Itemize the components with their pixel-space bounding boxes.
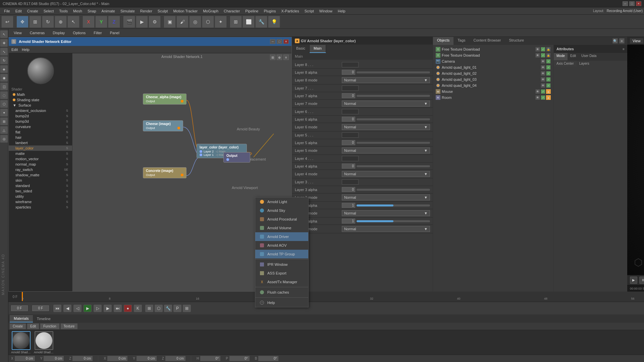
objects-search[interactable]: 🔍 xyxy=(612,38,618,44)
cameras-menu[interactable]: Cameras xyxy=(27,30,48,36)
tree-skin[interactable]: skin S xyxy=(9,178,72,183)
sidebar-tool12[interactable]: △ xyxy=(0,126,8,134)
obj-eye-mouse[interactable]: 👁 xyxy=(535,89,540,94)
layer2-alpha-input[interactable] xyxy=(342,203,355,208)
dropdown-arnold-volume[interactable]: Arnold Volume xyxy=(255,224,308,232)
layer7-mode-dropdown[interactable]: Normal▼ xyxy=(342,101,430,107)
pos-py-input[interactable] xyxy=(137,356,157,361)
paint-tool[interactable]: 🖌 xyxy=(176,16,189,28)
pos-x-input[interactable] xyxy=(15,356,35,361)
layer7-swatch[interactable] xyxy=(342,85,359,91)
menu-select[interactable]: Select xyxy=(41,8,57,14)
menu-animate[interactable]: Animate xyxy=(99,8,118,14)
mat-item-1[interactable]: Arnold Shader N xyxy=(11,331,31,354)
tree-motion[interactable]: motion_vector S xyxy=(9,156,72,162)
mat-function[interactable]: Function xyxy=(40,323,59,329)
mat-item-2[interactable]: Arnold Shader N xyxy=(34,331,54,354)
layer8-swatch[interactable] xyxy=(342,62,359,67)
undo-tool[interactable]: ↩ xyxy=(1,16,13,28)
dropdown-arnold-aov[interactable]: Arnold AOV xyxy=(255,241,308,250)
sidebar-tool5[interactable]: ◈ xyxy=(0,65,8,73)
sidebar-tool8[interactable]: ◌ xyxy=(0,91,8,99)
menu-snap[interactable]: Snap xyxy=(85,8,99,14)
menu-xparticles[interactable]: X-Particles xyxy=(279,8,302,14)
tree-two-sided[interactable]: two_sided S xyxy=(9,188,72,194)
tc-btn5[interactable]: ⊞ xyxy=(183,305,191,312)
menu-edit[interactable]: Edit xyxy=(13,8,24,14)
dropdown-arnold-sky[interactable]: Arnold Sky xyxy=(255,206,308,215)
pos-h-input[interactable] xyxy=(200,356,220,361)
obj-camera[interactable]: 📷 Camera 👁 ✓ xyxy=(434,58,552,64)
obj-lock-2[interactable]: 🔒 xyxy=(546,53,551,58)
obj-eye-room[interactable]: 👁 xyxy=(535,95,540,100)
obj-check-light-01[interactable]: ✓ xyxy=(546,65,551,70)
sidebar-tool6[interactable]: ◉ xyxy=(0,74,8,82)
node-concrete[interactable]: Concrete (image) Output xyxy=(143,167,186,178)
obj-light-02[interactable]: Arnold quad_light_02 👁 ✓ xyxy=(434,70,552,76)
obj-check-light-04[interactable]: ✓ xyxy=(546,83,551,88)
menu-window[interactable]: Window xyxy=(317,8,335,14)
tab-structure[interactable]: Structure xyxy=(505,37,528,45)
tc-current-frame[interactable] xyxy=(11,305,28,311)
obj-light-03[interactable]: Arnold quad_light_03 👁 ✓ xyxy=(434,76,552,82)
vp-pause[interactable]: ⏸ xyxy=(639,277,644,284)
sidebar-scale[interactable]: ⤡ xyxy=(0,48,8,56)
vp-tab-view[interactable]: View xyxy=(630,38,643,44)
mat-tab-materials[interactable]: Materials xyxy=(10,315,33,322)
dropdown-arnold-light[interactable]: Arnold Light xyxy=(255,197,308,206)
layer7-alpha-slider[interactable] xyxy=(357,95,430,97)
canvas-zoom[interactable]: ⊕ xyxy=(277,55,282,60)
tree-ambient[interactable]: ambient_occlusion S xyxy=(9,108,72,113)
node-output[interactable]: Output xyxy=(223,152,250,163)
snap-tool[interactable]: 🔧 xyxy=(255,16,267,28)
attrs-tab-edit[interactable]: Edit xyxy=(568,53,579,60)
layer2-in-port[interactable] xyxy=(200,150,202,153)
tab-tags[interactable]: Tags xyxy=(453,37,469,45)
tree-matte[interactable]: matte S xyxy=(9,151,72,156)
node-cheese[interactable]: Cheese (image) Output xyxy=(143,120,183,131)
tc-prev-frame[interactable]: ◀ xyxy=(63,305,71,312)
tree-shadow-matte[interactable]: shadow_matte S xyxy=(9,172,72,178)
rotate-tool[interactable]: ↻ xyxy=(42,16,54,28)
obj-light-01[interactable]: Arnold quad_light_01 👁 ✓ xyxy=(434,64,552,70)
menu-simulate[interactable]: Simulate xyxy=(118,8,138,14)
pos-y-input[interactable] xyxy=(44,356,64,361)
tab-basic[interactable]: Basic xyxy=(292,45,310,53)
ipr-tool[interactable]: ▶ xyxy=(136,16,148,28)
tree-ray-switch[interactable]: ray_switch SE xyxy=(9,167,72,172)
obj-eye-2[interactable]: 👁 xyxy=(535,53,540,58)
layer5-mode-dropdown[interactable]: Normal▼ xyxy=(342,147,430,154)
sidebar-rotate[interactable]: ↻ xyxy=(0,56,8,64)
canvas-controls[interactable]: ⊞ ⊕ ≡ xyxy=(270,55,289,60)
window-controls[interactable]: ─ □ ✕ xyxy=(623,1,641,6)
vp-play[interactable]: ▶ xyxy=(630,277,637,284)
tc-record[interactable]: ● xyxy=(124,305,132,312)
dropdown-arnold-procedural[interactable]: Arnold Procedural xyxy=(255,215,308,224)
tc-btn3[interactable]: 🔧 xyxy=(164,305,172,312)
shader-window-controls[interactable]: ─ □ ✕ xyxy=(270,39,289,44)
dropdown-flush-caches[interactable]: Flush caches xyxy=(255,288,308,297)
obj-eye-light-03[interactable]: 👁 xyxy=(541,77,545,82)
menu-motiontracker[interactable]: Motion Tracker xyxy=(170,8,200,14)
obj-check-light-02[interactable]: ✓ xyxy=(546,71,551,76)
tab-content-browser[interactable]: Content Browser xyxy=(470,37,505,45)
layer8-mode-dropdown[interactable]: Normal ▼ xyxy=(342,77,430,83)
sculpt-tool[interactable]: ◎ xyxy=(189,16,201,28)
tab-objects[interactable]: Objects xyxy=(433,37,453,45)
layer7-alpha-input[interactable] xyxy=(342,93,355,98)
layer3-alpha-slider[interactable] xyxy=(357,189,430,191)
minimize-button[interactable]: ─ xyxy=(623,1,628,6)
dropdown-ass-export[interactable]: ASS Export xyxy=(255,269,308,278)
shader-close[interactable]: ✕ xyxy=(283,39,289,44)
tc-goto-start[interactable]: ⏮ xyxy=(53,305,61,312)
mat-edit[interactable]: Edit xyxy=(27,323,39,329)
mat-texture[interactable]: Texture xyxy=(61,323,78,329)
shader-maximize[interactable]: □ xyxy=(277,39,282,44)
dropdown-arnold-driver[interactable]: Arnold Driver xyxy=(255,232,308,241)
x-axis[interactable]: X xyxy=(83,16,95,28)
menu-help[interactable]: Help xyxy=(335,8,348,14)
filter-menu[interactable]: Filter xyxy=(91,30,104,36)
obj-eye-camera[interactable]: 👁 xyxy=(541,59,545,64)
tc-btn4[interactable]: P xyxy=(173,305,181,312)
obj-eye-1[interactable]: 👁 xyxy=(535,47,540,52)
